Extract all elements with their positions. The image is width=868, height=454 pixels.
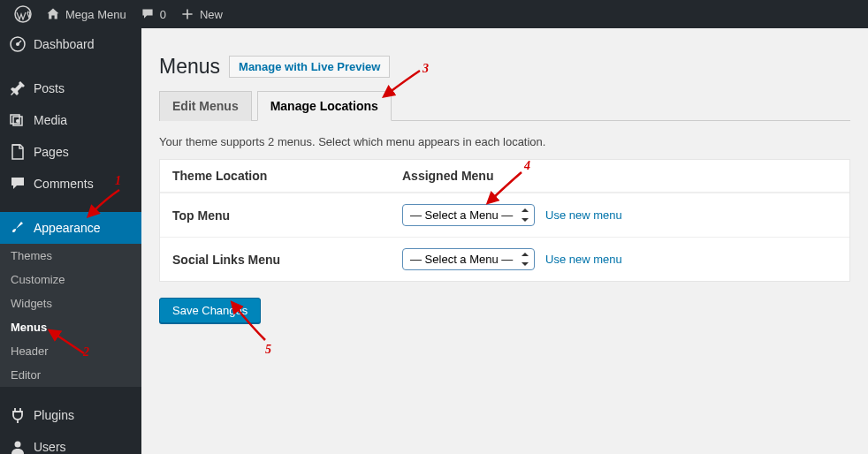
brush-icon [9,219,27,237]
content-area: Menus Manage with Live Preview Edit Menu… [141,28,868,454]
plus-icon [180,7,194,21]
sidebar-label: Dashboard [34,37,95,51]
comment-icon [141,7,155,21]
sub-menus[interactable]: Menus [0,315,141,339]
sub-widgets[interactable]: Widgets [0,291,141,315]
sidebar-label: Comments [34,177,94,191]
wp-logo[interactable] [7,0,39,28]
use-new-menu-link[interactable]: Use new menu [545,208,622,222]
sidebar-item-pages[interactable]: Pages [0,136,141,168]
plug-icon [9,406,27,424]
site-name: Mega Menu [65,8,126,21]
appearance-submenu: Themes Customize Widgets Menus Header Ed… [0,244,141,387]
tab-edit-menus[interactable]: Edit Menus [159,91,252,121]
page-icon [9,143,27,161]
new-link[interactable]: New [173,0,230,28]
site-link[interactable]: Mega Menu [39,0,133,28]
home-icon [46,7,60,21]
media-icon [9,111,27,129]
pin-icon [9,79,27,97]
sidebar-label: Media [34,113,67,127]
admin-toolbar: Mega Menu 0 New [0,0,868,28]
menu-select-top[interactable]: — Select a Menu — [402,204,535,226]
sidebar-label: Plugins [34,408,74,422]
sidebar-item-appearance[interactable]: Appearance [0,212,141,244]
nav-tabs: Edit Menus Manage Locations [159,91,850,121]
manage-live-preview-button[interactable]: Manage with Live Preview [229,56,390,78]
admin-sidebar: Dashboard Posts Media Pages Comments App… [0,28,141,454]
tab-manage-locations[interactable]: Manage Locations [257,91,392,121]
sidebar-item-posts[interactable]: Posts [0,72,141,104]
sidebar-item-users[interactable]: Users [0,431,141,454]
location-name: Social Links Menu [172,253,402,267]
wordpress-icon [14,5,32,23]
comments-link[interactable]: 0 [133,0,173,28]
sidebar-item-comments[interactable]: Comments [0,168,141,200]
col-header-location: Theme Location [172,169,402,183]
location-name: Top Menu [172,208,402,223]
sidebar-item-plugins[interactable]: Plugins [0,399,141,431]
col-header-menu: Assigned Menu [402,169,493,183]
new-label: New [200,8,223,21]
user-icon [9,438,27,454]
svg-point-4 [15,442,21,448]
menu-select-social[interactable]: — Select a Menu — [402,248,535,270]
page-title: Menus [159,55,220,79]
sidebar-item-media[interactable]: Media [0,104,141,136]
sub-editor[interactable]: Editor [0,363,141,387]
location-row-social: Social Links Menu — Select a Menu — Use … [160,237,849,281]
dashboard-icon [9,35,27,53]
use-new-menu-link[interactable]: Use new menu [545,253,622,266]
svg-point-3 [16,119,19,123]
location-row-top: Top Menu — Select a Menu — Use new menu [160,193,849,237]
svg-point-2 [16,42,19,46]
sidebar-label: Posts [34,81,65,95]
instruction-text: Your theme supports 2 menus. Select whic… [159,135,850,148]
sub-header[interactable]: Header [0,339,141,363]
save-changes-button[interactable]: Save Changes [159,298,261,323]
sub-themes[interactable]: Themes [0,244,141,268]
comment-icon [9,175,27,193]
sidebar-label: Users [34,440,66,454]
comments-count: 0 [160,8,166,21]
locations-table: Theme Location Assigned Menu Top Menu — … [159,159,850,282]
sidebar-label: Appearance [34,221,101,235]
sub-customize[interactable]: Customize [0,268,141,291]
sidebar-label: Pages [34,145,69,159]
sidebar-item-dashboard[interactable]: Dashboard [0,28,141,60]
